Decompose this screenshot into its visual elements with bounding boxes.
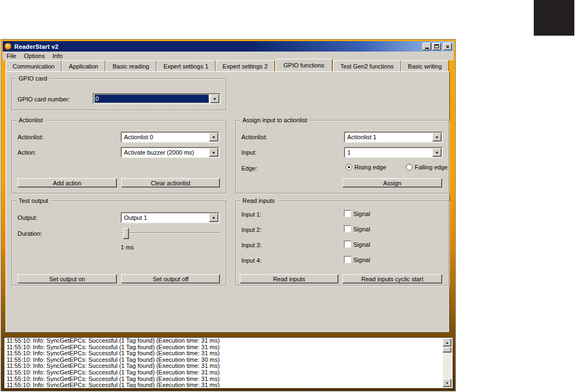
input-1-signal-checkbox[interactable]: Signal	[344, 210, 370, 217]
chevron-down-icon[interactable]: ▼	[210, 94, 219, 103]
output-value: Output 1	[123, 214, 207, 221]
actionlist-legend: Actionlist	[16, 117, 45, 124]
slider-thumb[interactable]	[123, 228, 129, 239]
signal-label: Signal	[353, 241, 370, 248]
gpio-card-number-select[interactable]: 0 ▼	[93, 93, 221, 104]
checkbox-icon	[344, 256, 351, 263]
assign-input-value: 1	[346, 149, 431, 156]
gpio-functions-page: GPIO card GPIO card number: 0 ▼ Actionli…	[5, 71, 450, 333]
read-inputs-cyclic-start-button[interactable]: Read inputs cyclic start	[342, 274, 442, 283]
window-title: ReaderStart v2	[14, 43, 421, 50]
log-output[interactable]: 11:55:10: Info: SyncGetEPCs: Successful …	[4, 337, 453, 388]
action-value: Activate buzzer (2000 ms)	[123, 149, 207, 156]
app-icon	[4, 43, 12, 50]
chevron-down-icon[interactable]: ▼	[209, 148, 218, 157]
action-select[interactable]: Activate buzzer (2000 ms) ▼	[121, 147, 219, 158]
assign-input-legend: Assign input to actionlist	[240, 117, 309, 124]
assign-input-label: Input:	[241, 149, 257, 156]
tab-expert-settings-2[interactable]: Expert settings 2	[216, 60, 275, 71]
close-icon: ×	[446, 44, 449, 49]
log-line: 11:55:10: Info: SyncGetEPCs: Successful …	[4, 370, 452, 376]
app-window: ReaderStart v2 × File Options Info Commu…	[1, 39, 455, 391]
input-4-signal-checkbox[interactable]: Signal	[344, 256, 370, 263]
input-3-signal-checkbox[interactable]: Signal	[344, 241, 370, 248]
log-line: 11:55:10: Info: SyncGetEPCs: Successful …	[4, 338, 452, 344]
chevron-down-icon[interactable]: ▼	[432, 148, 442, 157]
gpio-card-group: GPIO card GPIO card number: 0 ▼	[12, 78, 227, 110]
title-bar[interactable]: ReaderStart v2 ×	[3, 41, 454, 52]
gpio-card-legend: GPIO card	[16, 75, 49, 82]
gpio-card-number-value: 0	[94, 94, 209, 103]
tab-expert-settings-1[interactable]: Expert settings 1	[156, 60, 216, 71]
gpio-card-number-label: GPIO card number:	[18, 96, 70, 103]
read-inputs-group: Read inputs Input 1: Signal Input 2: Sig…	[235, 201, 449, 286]
falling-edge-label: Falling edge	[415, 164, 448, 171]
signal-label: Signal	[353, 211, 370, 217]
minimize-button[interactable]	[422, 43, 431, 50]
output-select[interactable]: Output 1 ▼	[121, 212, 219, 223]
chevron-down-icon[interactable]: ▼	[209, 213, 218, 222]
scroll-up-icon[interactable]: ▲	[443, 338, 451, 346]
read-inputs-legend: Read inputs	[240, 197, 277, 204]
checkbox-icon	[344, 210, 351, 217]
assign-actionlist-value: Actionlist 1	[346, 133, 431, 141]
minimize-icon	[425, 48, 429, 49]
output-label: Output:	[18, 214, 37, 221]
tab-application[interactable]: Application	[61, 60, 105, 71]
input-4-label: Input 4:	[241, 257, 262, 264]
duration-label: Duration:	[18, 230, 42, 237]
tab-gpio-functions[interactable]: GPIO functions	[275, 59, 333, 71]
actionlist-label: Actionlist:	[18, 134, 43, 141]
black-overlay	[534, 0, 574, 36]
assign-input-group: Assign input to actionlist Actionlist: A…	[235, 120, 449, 194]
rising-edge-label: Rising edge	[354, 164, 386, 171]
radio-icon	[406, 164, 413, 171]
signal-label: Signal	[353, 226, 370, 232]
add-action-button[interactable]: Add action	[18, 178, 117, 188]
close-button[interactable]: ×	[443, 43, 452, 50]
test-output-legend: Test output	[16, 197, 50, 204]
input-1-label: Input 1:	[241, 211, 262, 218]
scroll-down-icon[interactable]: ▼	[443, 379, 451, 387]
set-output-on-button[interactable]: Set output on	[18, 274, 117, 283]
chevron-down-icon[interactable]: ▼	[432, 133, 442, 141]
test-output-group: Test output Output: Output 1 ▼ Duration:…	[12, 201, 227, 286]
tab-basic-reading[interactable]: Basic reading	[105, 60, 156, 71]
log-line: 11:55:10: Info: SyncGetEPCs: Successful …	[4, 382, 452, 388]
tab-communication[interactable]: Communication	[5, 60, 61, 71]
set-output-off-button[interactable]: Set output off	[121, 274, 220, 283]
assign-input-select[interactable]: 1 ▼	[344, 147, 443, 158]
action-label: Action:	[18, 149, 36, 156]
scrollbar-thumb[interactable]	[443, 347, 451, 353]
assign-actionlist-select[interactable]: Actionlist 1 ▼	[344, 132, 443, 143]
read-inputs-button[interactable]: Read inputs	[240, 274, 338, 283]
tab-strip: Communication Application Basic reading …	[5, 59, 449, 71]
duration-slider[interactable]	[121, 232, 219, 234]
checkbox-icon	[344, 225, 351, 232]
edge-label: Edge:	[241, 165, 257, 172]
input-3-label: Input 3:	[241, 242, 262, 249]
input-2-label: Input 2:	[241, 226, 262, 234]
assign-button[interactable]: Assign	[342, 178, 442, 188]
log-scrollbar[interactable]: ▲ ▼	[443, 338, 451, 387]
signal-label: Signal	[353, 257, 370, 263]
assign-actionlist-label: Actionlist:	[241, 134, 267, 141]
clear-actionlist-button[interactable]: Clear actionlist	[121, 178, 220, 188]
actionlist-group: Actionlist Actionlist: Actionlist 0 ▼ Ac…	[12, 120, 227, 194]
tab-test-gen2-functions[interactable]: Test Gen2 functions	[333, 60, 400, 71]
chevron-down-icon[interactable]: ▼	[209, 133, 218, 141]
rising-edge-radio[interactable]: Rising edge	[346, 164, 386, 171]
input-2-signal-checkbox[interactable]: Signal	[344, 225, 370, 232]
radio-icon	[346, 164, 352, 171]
checkbox-icon	[344, 241, 351, 248]
actionlist-select[interactable]: Actionlist 0 ▼	[121, 132, 219, 143]
falling-edge-radio[interactable]: Falling edge	[406, 164, 448, 171]
maximize-icon	[434, 44, 439, 48]
duration-value: 1 ms	[121, 244, 134, 251]
maximize-button[interactable]	[432, 43, 441, 50]
tab-basic-writing[interactable]: Basic writing	[401, 60, 449, 71]
actionlist-value: Actionlist 0	[123, 133, 207, 141]
